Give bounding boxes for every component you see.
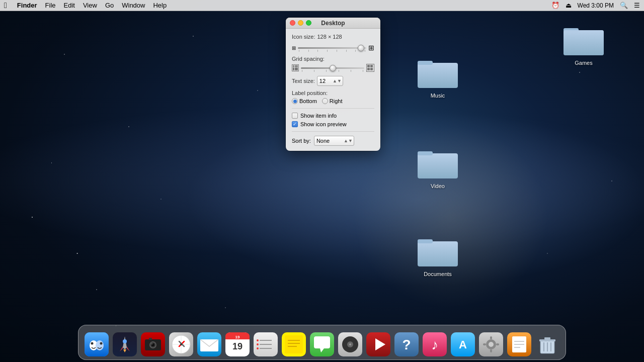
svg-point-42: [257, 347, 259, 349]
games-label: Games: [573, 59, 594, 66]
label-position-section: Label position: Bottom Right: [292, 90, 374, 104]
menubar-help[interactable]: Help: [149, 0, 171, 11]
close-button[interactable]: [290, 20, 295, 26]
dock-rocket[interactable]: [112, 331, 138, 357]
safari-icon: [169, 332, 193, 356]
eject-icon[interactable]: ⏏: [566, 2, 572, 9]
svg-rect-66: [483, 343, 486, 345]
show-icon-preview-checkbox[interactable]: ✓: [292, 121, 298, 127]
rocket-icon: [113, 332, 137, 356]
icon-size-label: Icon size:: [292, 34, 315, 40]
svg-rect-5: [418, 153, 458, 178]
dock-safari[interactable]: [168, 331, 194, 357]
desktop-icon-games[interactable]: Games: [558, 25, 609, 66]
dock-messages[interactable]: [309, 331, 335, 357]
svg-rect-7: [418, 241, 458, 266]
menubar-edit[interactable]: Edit: [60, 0, 79, 11]
label-position-bottom[interactable]: Bottom: [292, 98, 317, 104]
show-item-info-row[interactable]: Show item info: [292, 113, 374, 119]
music-icon: ♪: [423, 332, 447, 356]
trash-icon: [535, 332, 559, 356]
dock-filemerge[interactable]: [506, 331, 532, 357]
messages-icon: [310, 332, 334, 356]
finder-icon: [85, 332, 109, 356]
icon-size-slider-container: ⊞: [292, 44, 374, 52]
dock-itunes[interactable]: [337, 331, 363, 357]
text-size-label: Text size:: [292, 78, 315, 84]
checkmark-icon: ✓: [293, 122, 297, 127]
itunes-icon: [338, 332, 362, 356]
time-machine-icon[interactable]: ⏰: [551, 2, 559, 9]
text-size-select[interactable]: 10 11 12 14 16: [317, 76, 343, 86]
svg-rect-75: [544, 337, 550, 339]
maximize-button[interactable]: [306, 20, 311, 26]
divider-1: [292, 108, 374, 109]
icon-size-slider[interactable]: [298, 44, 366, 52]
spotlight-icon[interactable]: 🔍: [620, 2, 628, 9]
video-label: Video: [429, 183, 447, 190]
show-item-info-label: Show item info: [300, 113, 337, 119]
svg-rect-4: [418, 61, 433, 65]
menubar-finder[interactable]: Finder: [13, 0, 41, 11]
icon-size-slider-section: ⊞: [292, 44, 374, 52]
menubar-view[interactable]: View: [79, 0, 101, 11]
desktop-icon-video[interactable]: Video: [413, 148, 463, 190]
sort-by-select-wrapper: None Name Kind Date Modified Date Create…: [314, 136, 354, 146]
dock-sysprefs[interactable]: [478, 331, 504, 357]
grid-large-icon: [366, 64, 374, 72]
label-bottom-text: Bottom: [299, 98, 317, 104]
menubar-window[interactable]: Window: [118, 0, 149, 11]
svg-rect-67: [496, 343, 499, 345]
radio-right-outer: [322, 98, 328, 104]
svg-rect-2: [564, 30, 604, 55]
dock-itunes2[interactable]: ♪: [422, 331, 448, 357]
datetime-display: Wed 3:00 PM: [578, 2, 614, 9]
desktop:  Finder File Edit View Go Window Help ⏰…: [0, 0, 644, 362]
music-folder-icon: [418, 58, 458, 90]
dock-stickies[interactable]: [281, 331, 307, 357]
label-right-text: Right: [330, 98, 343, 104]
icon-size-row: Icon size: 128 × 128: [292, 34, 374, 40]
menu-extras-icon[interactable]: ☰: [634, 2, 640, 9]
music-label: Music: [429, 92, 447, 99]
dock-calendar[interactable]: 19 19: [224, 331, 251, 357]
label-position-right[interactable]: Right: [322, 98, 343, 104]
games-folder-icon: [564, 25, 604, 57]
dock-finder[interactable]: [84, 331, 110, 357]
menubar-go[interactable]: Go: [101, 0, 118, 11]
text-size-row: Text size: 10 11 12 14 16 ▲▼: [292, 76, 374, 86]
dock-trash[interactable]: [534, 331, 560, 357]
grid-spacing-label: Grid spacing:: [292, 56, 374, 62]
calendar-icon: 19 19: [225, 332, 250, 356]
svg-rect-1: [564, 28, 579, 32]
dock-reminders[interactable]: [253, 331, 279, 357]
label-position-label: Label position:: [292, 90, 374, 96]
apple-menu-icon[interactable]: : [4, 1, 7, 10]
menubar-right: ⏰ ⏏ Wed 3:00 PM 🔍 ☰: [551, 2, 640, 9]
appstore-icon: A: [451, 332, 475, 356]
video-folder-icon: [418, 148, 458, 180]
svg-rect-44: [285, 335, 303, 353]
show-item-info-checkbox[interactable]: [292, 113, 298, 119]
dock-mail[interactable]: [196, 331, 222, 357]
menubar-file[interactable]: File: [41, 0, 60, 11]
grid-spacing-slider[interactable]: [301, 64, 364, 72]
dock-photo-booth[interactable]: [140, 331, 166, 357]
dock-appstore[interactable]: A: [450, 331, 476, 357]
text-size-select-wrapper: 10 11 12 14 16 ▲▼: [317, 76, 343, 86]
mail-icon: [197, 332, 221, 356]
desktop-icon-music[interactable]: Music: [413, 58, 463, 99]
dialog-title: Desktop: [321, 20, 345, 27]
show-icon-preview-row[interactable]: ✓ Show icon preview: [292, 121, 374, 127]
icon-small-icon: ⊞: [292, 45, 296, 51]
icon-size-value: 128 × 128: [317, 34, 342, 40]
label-position-radio-group: Bottom Right: [292, 98, 374, 104]
dock-dvdplayer[interactable]: [365, 331, 391, 357]
svg-point-13: [91, 342, 94, 345]
icon-large-icon: ⊞: [368, 44, 374, 52]
desktop-icon-documents[interactable]: Documents: [413, 236, 463, 278]
svg-text:♪: ♪: [431, 337, 438, 352]
dock-help[interactable]: ?: [393, 331, 420, 357]
sort-by-select[interactable]: None Name Kind Date Modified Date Create…: [314, 136, 354, 146]
minimize-button[interactable]: [298, 20, 303, 26]
